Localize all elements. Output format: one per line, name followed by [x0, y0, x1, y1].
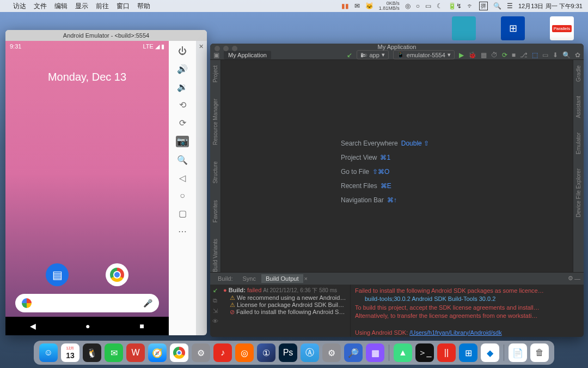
build-tab-root[interactable]: Build: [213, 274, 237, 283]
dock-app-3[interactable]: ① [257, 343, 275, 362]
dock-safari[interactable]: 🧭 [148, 343, 167, 362]
google-search-bar[interactable]: 🎤 [15, 294, 159, 312]
wifi-icon[interactable]: ᯤ [467, 2, 474, 10]
pause-icon[interactable]: ▮▮ [341, 2, 349, 10]
run-device-select[interactable]: 📱 emulator-5554 ▾ [393, 50, 455, 59]
dock-appstore[interactable]: Ⓐ [301, 343, 319, 362]
attach-debugger-button[interactable]: ⟳ [502, 51, 507, 59]
emulator-close-button[interactable]: ✕ [199, 43, 204, 50]
control-center-icon[interactable]: ☰ [507, 2, 513, 10]
dock-wechat[interactable]: ✉ [105, 343, 123, 362]
rotate-left-icon[interactable]: ⟲ [179, 100, 186, 110]
tab-structure[interactable]: Structure [212, 161, 218, 184]
tab-favorites[interactable]: Favorites [212, 200, 218, 222]
camera-icon[interactable]: 📷 [176, 136, 189, 147]
battery-icon[interactable]: 🔋↯ [448, 2, 462, 10]
dock-chrome[interactable] [170, 343, 188, 362]
vcs-button[interactable]: ⎇ [520, 51, 528, 59]
emulator-titlebar[interactable]: Android Emulator - <build>:5554 [5, 30, 207, 41]
sync-gradle-button[interactable]: ⬚ [532, 51, 538, 59]
dock-photoshop[interactable]: Ps [279, 343, 297, 362]
home-icon[interactable]: ○ [180, 191, 185, 201]
more-icon[interactable]: ⋯ [178, 226, 187, 237]
close-window-button[interactable] [215, 46, 220, 51]
dock-windows[interactable]: ⊞ [459, 343, 477, 362]
sdk-button[interactable]: ⬇ [553, 51, 558, 59]
desktop-windows-icon[interactable]: ⊞ [501, 16, 525, 40]
settings-icon[interactable]: ✿ [575, 51, 580, 59]
spotlight-icon[interactable]: 🔍 [493, 2, 501, 10]
build-tab-sync[interactable]: Sync [238, 274, 260, 283]
menu-window[interactable]: 窗口 [117, 2, 130, 11]
build-tree[interactable]: ● Build: failed At 2021/12/12, 6:36 下 58… [220, 285, 351, 337]
volume-up-icon[interactable]: 🔊 [177, 64, 188, 74]
coverage-button[interactable]: ▦ [481, 51, 487, 59]
stop-button[interactable]: ■ [512, 51, 516, 59]
build-line-warn-2[interactable]: License for package Android SDK Build-… [223, 301, 347, 309]
tab-resource-manager[interactable]: Resource Manager [212, 99, 218, 145]
dock-app-2[interactable]: ◎ [235, 343, 254, 362]
rerun-icon[interactable]: ↙ [213, 287, 218, 294]
tab-emulator[interactable]: Emulator [575, 132, 581, 154]
menu-view[interactable]: 显示 [75, 2, 88, 11]
dock-netease[interactable]: ♪ [213, 343, 232, 362]
menu-help[interactable]: 帮助 [137, 2, 150, 11]
run-config-app[interactable]: �ား app ▾ [357, 50, 388, 59]
messages-app-icon[interactable]: ▤ [46, 263, 69, 286]
menu-file[interactable]: 文件 [34, 2, 47, 11]
dock-app-4[interactable]: 🔎 [344, 343, 363, 362]
tab-project[interactable]: Project [212, 65, 218, 82]
filter-icon[interactable]: ⧉ [213, 297, 217, 304]
input-method-icon[interactable]: 拼 [479, 2, 488, 10]
as-titlebar[interactable]: My Application [210, 44, 584, 50]
dock-android-studio[interactable]: ▲ [394, 343, 412, 362]
search-icon[interactable]: 🔍 [562, 51, 571, 59]
run-button[interactable]: ▶ [459, 51, 464, 59]
build-settings-icon[interactable]: ⚙ [568, 275, 573, 282]
dock-app-5[interactable]: ▦ [366, 343, 384, 362]
dock-vbox[interactable]: ◆ [481, 343, 499, 362]
expand-icon[interactable]: ⇲ [213, 307, 218, 315]
dock-trash[interactable]: 🗑 [530, 343, 549, 362]
debug-button[interactable]: 🐞 [468, 51, 476, 59]
back-icon[interactable]: ◁ [179, 173, 186, 183]
tab-device-file-explorer[interactable]: Device File Explorer [575, 168, 581, 217]
overview-icon[interactable]: ▢ [179, 208, 187, 219]
dock-terminal[interactable]: ＞_ [415, 343, 434, 362]
dock-app-1[interactable]: ⚙ [192, 343, 210, 362]
volume-down-icon[interactable]: 🔉 [177, 82, 188, 92]
emulator-screen[interactable]: 9:31 LTE ◢ ▮ Monday, Dec 13 ▤ 🎤 ◀ ● ■ [5, 41, 169, 335]
build-tab-close-icon[interactable]: × [304, 275, 308, 282]
phone-date-widget[interactable]: Monday, Dec 13 [5, 71, 169, 83]
build-hide-icon[interactable]: — [574, 275, 580, 282]
zoom-icon[interactable]: 🔍 [177, 155, 188, 165]
chrome-app-icon[interactable] [106, 263, 128, 286]
sdk-path-link[interactable]: /Users/h1fryan/Library/Android/sdk [409, 329, 501, 336]
build-icon[interactable]: ↙ [347, 51, 352, 59]
nav-recent-button[interactable]: ■ [139, 322, 144, 330]
menu-finder[interactable]: 访达 [13, 2, 26, 11]
tab-build-variants[interactable]: Build Variants [212, 239, 218, 272]
voice-search-icon[interactable]: 🎤 [143, 299, 152, 307]
stage-icon[interactable]: ▭ [425, 2, 431, 10]
nav-back-button[interactable]: ◀ [30, 322, 36, 330]
menu-edit[interactable]: 编辑 [54, 2, 68, 11]
build-output-text[interactable]: Failed to install the following Android … [351, 285, 584, 337]
avd-button[interactable]: ▭ [542, 51, 548, 59]
tab-gradle[interactable]: Gradle [575, 65, 581, 82]
dock-settings[interactable]: ⚙ [322, 343, 341, 362]
build-line-error[interactable]: Failed to install the following Android … [223, 309, 347, 316]
dock-qq[interactable]: 🐧 [83, 343, 101, 362]
nav-home-button[interactable]: ● [85, 322, 90, 330]
breadcrumb[interactable]: My Application [224, 51, 271, 59]
eye-icon[interactable]: 👁 [212, 318, 218, 324]
desktop-parallels-icon[interactable]: Parallels [550, 16, 574, 40]
zoom-window-button[interactable] [232, 46, 237, 51]
window-traffic-lights[interactable] [215, 46, 237, 51]
build-line-warn-1[interactable]: We recommend using a newer Android G… [223, 294, 347, 301]
minimize-window-button[interactable] [223, 46, 229, 51]
circle-icon[interactable]: ○ [416, 2, 420, 10]
power-icon[interactable]: ⏻ [178, 46, 187, 56]
menubar-clock[interactable]: 12月13日 周一 下午9:31 [518, 2, 583, 10]
dock-downloads[interactable]: 📄 [509, 343, 527, 362]
